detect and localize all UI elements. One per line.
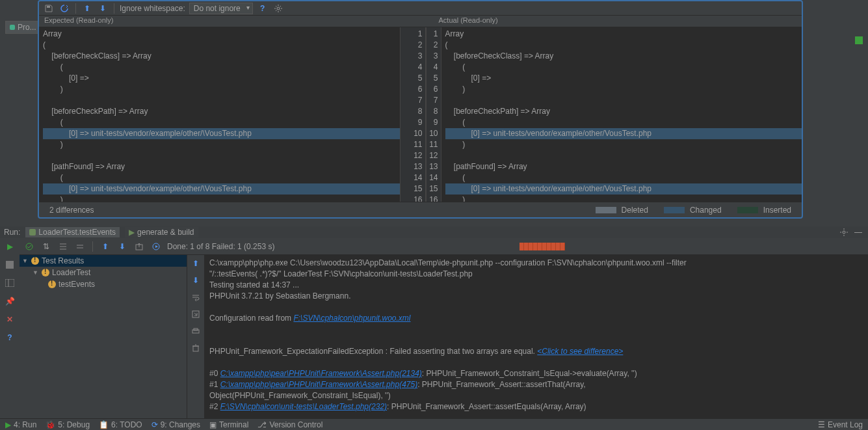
stop-icon[interactable] <box>4 259 16 271</box>
see-difference-link[interactable]: <Click to see difference> <box>537 347 623 356</box>
warn-icon <box>48 280 56 288</box>
svg-rect-4 <box>5 279 14 287</box>
warn-icon <box>31 257 39 265</box>
chevron-down-icon: ▼ <box>33 269 39 276</box>
stack-link-0[interactable]: C:\xampp\php\pear\PHPUnit\Framework\Asse… <box>220 369 422 378</box>
next-test-icon[interactable]: ⬇ <box>116 241 128 252</box>
actual-gutter: 12345678910111213141516 <box>426 27 441 202</box>
legend-inserted: Inserted <box>737 206 791 215</box>
run-tab-loadertest[interactable]: LoaderTest.testEvents <box>25 227 120 237</box>
test-toolbar: ⇅ ⬆ ⬇ Done: 1 of 8 Failed: 1 (0.253 s) <box>20 238 868 255</box>
legend-changed: Changed <box>664 206 722 215</box>
done-text: Done: 1 of 8 Failed: 1 (0.253 s) <box>167 242 274 251</box>
expand-all-icon[interactable] <box>57 241 69 252</box>
stack-link-2[interactable]: F:\SVN\cphalcon\unit-tests\LoaderTest.ph… <box>220 402 387 411</box>
scroll-up-icon[interactable]: ⬆ <box>190 258 202 269</box>
soft-wrap-icon[interactable] <box>190 291 202 303</box>
scroll-to-end-icon[interactable] <box>190 308 202 320</box>
run-tab-generate-build[interactable]: ▶generate & build <box>125 227 198 237</box>
stack-link-1[interactable]: C:\xampp\php\pear\PHPUnit\Framework\Asse… <box>220 380 417 389</box>
analysis-ok-icon <box>855 36 863 44</box>
status-todo[interactable]: 📋6: TODO <box>99 420 142 429</box>
run-settings-icon[interactable] <box>838 226 850 238</box>
test-progress-bar <box>519 243 565 250</box>
close-icon[interactable]: ✕ <box>4 314 16 325</box>
status-vcs[interactable]: ⎇Version Control <box>257 420 322 429</box>
expected-code[interactable]: Array( [beforeCheckClass] => Array ( [0]… <box>39 27 400 202</box>
collapse-all-icon[interactable] <box>74 241 86 252</box>
gear-icon[interactable] <box>272 3 284 14</box>
sort-icon[interactable]: ⇅ <box>40 241 52 252</box>
status-debug[interactable]: 🐞5: Debug <box>46 420 90 429</box>
project-tool-tab[interactable]: Pro... <box>5 21 41 34</box>
svg-rect-0 <box>47 6 50 8</box>
svg-rect-3 <box>6 261 14 269</box>
actual-header: Actual (Read-only) <box>408 16 802 27</box>
expected-header: Expected (Read-only) <box>39 16 408 27</box>
svg-rect-12 <box>193 346 198 351</box>
clear-icon[interactable] <box>190 342 202 354</box>
tree-node-label: testEvents <box>59 280 95 289</box>
refresh-icon[interactable] <box>59 3 70 14</box>
config-link[interactable]: F:\SVN\cphalcon\phpunit.woo.xml <box>293 314 410 323</box>
run-side-actions: ▶ 📌 ✕ ? <box>0 238 20 418</box>
hide-icon[interactable]: — <box>852 226 864 238</box>
export-icon[interactable] <box>133 241 145 252</box>
differences-count: 2 differences <box>49 206 94 215</box>
diff-viewer: ⬆ ⬇ Ignore whitespace: Do not ignore ? E… <box>38 0 803 219</box>
status-bar: ▶4: Run 🐞5: Debug 📋6: TODO ⟳9: Changes ▣… <box>0 418 868 430</box>
prev-test-icon[interactable]: ⬆ <box>99 241 111 252</box>
layout-icon[interactable] <box>4 277 16 289</box>
actual-code[interactable]: Array( [beforeCheckClass] => Array ( [0]… <box>441 27 802 202</box>
prev-diff-icon[interactable]: ⬆ <box>81 3 93 14</box>
help-icon[interactable]: ? <box>257 3 269 14</box>
next-diff-icon[interactable]: ⬇ <box>97 3 109 14</box>
ignore-whitespace-dropdown[interactable]: Do not ignore <box>189 3 253 14</box>
help-run-icon[interactable]: ? <box>4 332 16 343</box>
ignore-whitespace-label: Ignore whitespace: <box>120 4 185 13</box>
expected-gutter: 12345678910111213141516 <box>400 27 426 202</box>
console-side-actions: ⬆ ⬇ <box>187 255 204 418</box>
status-terminal[interactable]: ▣Terminal <box>209 420 248 429</box>
test-tree[interactable]: ▼ Test Results ▼ LoaderTest testEvents <box>20 255 187 418</box>
tree-root[interactable]: ▼ Test Results <box>20 255 187 267</box>
svg-point-6 <box>26 243 33 250</box>
console-output[interactable]: C:\xampp\php\php.exe C:\Users\woodzu123\… <box>204 255 868 418</box>
tree-root-label: Test Results <box>42 256 84 265</box>
pin-icon[interactable]: 📌 <box>4 295 16 307</box>
run-tool-window-header: Run: LoaderTest.testEvents ▶generate & b… <box>0 226 868 238</box>
warn-icon <box>42 269 49 276</box>
diff-toolbar: ⬆ ⬇ Ignore whitespace: Do not ignore ? <box>39 1 802 16</box>
run-label: Run: <box>4 228 20 237</box>
rerun-failed-icon[interactable] <box>150 241 162 252</box>
print-icon[interactable] <box>190 325 202 337</box>
status-changes[interactable]: ⟳9: Changes <box>151 420 200 429</box>
scroll-down-icon[interactable]: ⬇ <box>190 275 202 286</box>
status-event-log[interactable]: ☰Event Log <box>818 420 863 429</box>
tree-node-testevents[interactable]: testEvents <box>20 278 187 290</box>
test-config-icon <box>29 229 36 235</box>
toggle-passed-icon[interactable] <box>23 241 35 252</box>
tree-node-loadertest[interactable]: ▼ LoaderTest <box>20 267 187 278</box>
project-tab-label: Pro... <box>18 23 36 32</box>
rerun-icon[interactable]: ▶ <box>4 241 16 252</box>
save-icon[interactable] <box>43 3 55 14</box>
legend-deleted: Deleted <box>596 206 648 215</box>
tree-node-label: LoaderTest <box>52 268 90 277</box>
folder-icon <box>10 25 15 30</box>
status-run[interactable]: ▶4: Run <box>5 420 36 429</box>
svg-point-1 <box>277 7 280 10</box>
svg-point-2 <box>843 231 845 234</box>
chevron-down-icon: ▼ <box>22 258 29 264</box>
